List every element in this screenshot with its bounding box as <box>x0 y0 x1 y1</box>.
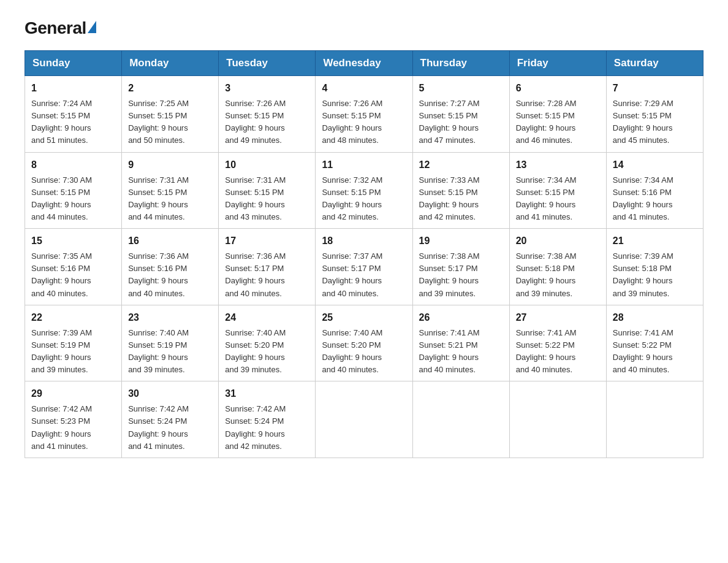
day-cell-13: 13Sunrise: 7:34 AMSunset: 5:15 PMDayligh… <box>509 152 606 229</box>
day-number: 25 <box>322 310 406 325</box>
day-number: 23 <box>128 310 212 325</box>
day-info: Sunrise: 7:39 AMSunset: 5:19 PMDaylight:… <box>31 327 115 377</box>
day-number: 6 <box>516 81 600 96</box>
week-row-4: 22Sunrise: 7:39 AMSunset: 5:19 PMDayligh… <box>25 305 703 381</box>
day-cell-22: 22Sunrise: 7:39 AMSunset: 5:19 PMDayligh… <box>25 305 122 381</box>
day-number: 17 <box>225 234 309 248</box>
day-number: 30 <box>128 386 212 401</box>
day-cell-25: 25Sunrise: 7:40 AMSunset: 5:20 PMDayligh… <box>316 305 412 381</box>
day-number: 3 <box>225 81 309 96</box>
day-info: Sunrise: 7:40 AMSunset: 5:20 PMDaylight:… <box>322 327 406 377</box>
weekday-header-friday: Friday <box>509 51 606 76</box>
day-number: 21 <box>613 234 697 248</box>
day-info: Sunrise: 7:35 AMSunset: 5:16 PMDaylight:… <box>31 250 115 300</box>
day-info: Sunrise: 7:34 AMSunset: 5:15 PMDaylight:… <box>516 174 600 224</box>
day-number: 19 <box>419 234 503 248</box>
day-info: Sunrise: 7:25 AMSunset: 5:15 PMDaylight:… <box>128 98 212 147</box>
day-info: Sunrise: 7:38 AMSunset: 5:17 PMDaylight:… <box>419 250 503 300</box>
week-row-1: 1Sunrise: 7:24 AMSunset: 5:15 PMDaylight… <box>25 76 703 153</box>
weekday-header-thursday: Thursday <box>412 51 509 76</box>
day-number: 5 <box>419 81 503 96</box>
day-cell-10: 10Sunrise: 7:31 AMSunset: 5:15 PMDayligh… <box>219 152 316 229</box>
day-number: 1 <box>31 81 115 96</box>
day-info: Sunrise: 7:41 AMSunset: 5:22 PMDaylight:… <box>613 327 697 377</box>
day-info: Sunrise: 7:24 AMSunset: 5:15 PMDaylight:… <box>31 98 115 147</box>
day-info: Sunrise: 7:28 AMSunset: 5:15 PMDaylight:… <box>516 98 600 147</box>
weekday-header-sunday: Sunday <box>25 51 122 76</box>
day-info: Sunrise: 7:27 AMSunset: 5:15 PMDaylight:… <box>419 98 503 147</box>
day-info: Sunrise: 7:29 AMSunset: 5:15 PMDaylight:… <box>613 98 697 147</box>
calendar-table: SundayMondayTuesdayWednesdayThursdayFrid… <box>25 50 703 458</box>
weekday-header-monday: Monday <box>122 51 219 76</box>
day-number: 16 <box>128 234 212 248</box>
day-number: 9 <box>128 158 212 172</box>
day-cell-14: 14Sunrise: 7:34 AMSunset: 5:16 PMDayligh… <box>606 152 703 229</box>
day-info: Sunrise: 7:37 AMSunset: 5:17 PMDaylight:… <box>322 250 406 300</box>
day-cell-9: 9Sunrise: 7:31 AMSunset: 5:15 PMDaylight… <box>122 152 219 229</box>
page-header: General <box>25 18 703 38</box>
day-cell-21: 21Sunrise: 7:39 AMSunset: 5:18 PMDayligh… <box>606 229 703 305</box>
day-info: Sunrise: 7:42 AMSunset: 5:23 PMDaylight:… <box>31 403 115 453</box>
day-cell-24: 24Sunrise: 7:40 AMSunset: 5:20 PMDayligh… <box>219 305 316 381</box>
day-number: 8 <box>31 158 115 172</box>
day-cell-7: 7Sunrise: 7:29 AMSunset: 5:15 PMDaylight… <box>606 76 703 153</box>
logo: General <box>25 18 96 38</box>
day-number: 18 <box>322 234 406 248</box>
day-number: 31 <box>225 386 309 401</box>
day-cell-19: 19Sunrise: 7:38 AMSunset: 5:17 PMDayligh… <box>412 229 509 305</box>
day-number: 12 <box>419 158 503 172</box>
logo-general-text: General <box>25 18 86 38</box>
weekday-header-row: SundayMondayTuesdayWednesdayThursdayFrid… <box>25 51 703 76</box>
empty-cell <box>316 381 412 458</box>
day-info: Sunrise: 7:42 AMSunset: 5:24 PMDaylight:… <box>128 403 212 453</box>
day-cell-16: 16Sunrise: 7:36 AMSunset: 5:16 PMDayligh… <box>122 229 219 305</box>
day-number: 14 <box>613 158 697 172</box>
day-number: 13 <box>516 158 600 172</box>
day-info: Sunrise: 7:41 AMSunset: 5:21 PMDaylight:… <box>419 327 503 377</box>
day-cell-12: 12Sunrise: 7:33 AMSunset: 5:15 PMDayligh… <box>412 152 509 229</box>
day-info: Sunrise: 7:41 AMSunset: 5:22 PMDaylight:… <box>516 327 600 377</box>
day-info: Sunrise: 7:40 AMSunset: 5:19 PMDaylight:… <box>128 327 212 377</box>
day-number: 15 <box>31 234 115 248</box>
day-cell-23: 23Sunrise: 7:40 AMSunset: 5:19 PMDayligh… <box>122 305 219 381</box>
day-info: Sunrise: 7:33 AMSunset: 5:15 PMDaylight:… <box>419 174 503 224</box>
day-cell-17: 17Sunrise: 7:36 AMSunset: 5:17 PMDayligh… <box>219 229 316 305</box>
day-info: Sunrise: 7:30 AMSunset: 5:15 PMDaylight:… <box>31 174 115 224</box>
day-info: Sunrise: 7:32 AMSunset: 5:15 PMDaylight:… <box>322 174 406 224</box>
day-info: Sunrise: 7:42 AMSunset: 5:24 PMDaylight:… <box>225 403 309 453</box>
day-info: Sunrise: 7:34 AMSunset: 5:16 PMDaylight:… <box>613 174 697 224</box>
day-number: 27 <box>516 310 600 325</box>
day-cell-15: 15Sunrise: 7:35 AMSunset: 5:16 PMDayligh… <box>25 229 122 305</box>
empty-cell <box>606 381 703 458</box>
weekday-header-wednesday: Wednesday <box>316 51 412 76</box>
day-cell-28: 28Sunrise: 7:41 AMSunset: 5:22 PMDayligh… <box>606 305 703 381</box>
day-number: 20 <box>516 234 600 248</box>
day-number: 22 <box>31 310 115 325</box>
logo-triangle-icon <box>88 21 96 33</box>
day-info: Sunrise: 7:36 AMSunset: 5:16 PMDaylight:… <box>128 250 212 300</box>
day-info: Sunrise: 7:26 AMSunset: 5:15 PMDaylight:… <box>322 98 406 147</box>
day-cell-26: 26Sunrise: 7:41 AMSunset: 5:21 PMDayligh… <box>412 305 509 381</box>
day-info: Sunrise: 7:31 AMSunset: 5:15 PMDaylight:… <box>225 174 309 224</box>
empty-cell <box>412 381 509 458</box>
weekday-header-tuesday: Tuesday <box>219 51 316 76</box>
day-info: Sunrise: 7:39 AMSunset: 5:18 PMDaylight:… <box>613 250 697 300</box>
day-number: 7 <box>613 81 697 96</box>
day-number: 11 <box>322 158 406 172</box>
day-number: 28 <box>613 310 697 325</box>
week-row-2: 8Sunrise: 7:30 AMSunset: 5:15 PMDaylight… <box>25 152 703 229</box>
day-cell-8: 8Sunrise: 7:30 AMSunset: 5:15 PMDaylight… <box>25 152 122 229</box>
day-cell-11: 11Sunrise: 7:32 AMSunset: 5:15 PMDayligh… <box>316 152 412 229</box>
day-cell-27: 27Sunrise: 7:41 AMSunset: 5:22 PMDayligh… <box>509 305 606 381</box>
day-cell-29: 29Sunrise: 7:42 AMSunset: 5:23 PMDayligh… <box>25 381 122 458</box>
weekday-header-saturday: Saturday <box>606 51 703 76</box>
day-cell-18: 18Sunrise: 7:37 AMSunset: 5:17 PMDayligh… <box>316 229 412 305</box>
day-number: 2 <box>128 81 212 96</box>
day-cell-3: 3Sunrise: 7:26 AMSunset: 5:15 PMDaylight… <box>219 76 316 153</box>
week-row-5: 29Sunrise: 7:42 AMSunset: 5:23 PMDayligh… <box>25 381 703 458</box>
day-cell-31: 31Sunrise: 7:42 AMSunset: 5:24 PMDayligh… <box>219 381 316 458</box>
day-info: Sunrise: 7:26 AMSunset: 5:15 PMDaylight:… <box>225 98 309 147</box>
empty-cell <box>509 381 606 458</box>
day-info: Sunrise: 7:38 AMSunset: 5:18 PMDaylight:… <box>516 250 600 300</box>
day-cell-20: 20Sunrise: 7:38 AMSunset: 5:18 PMDayligh… <box>509 229 606 305</box>
